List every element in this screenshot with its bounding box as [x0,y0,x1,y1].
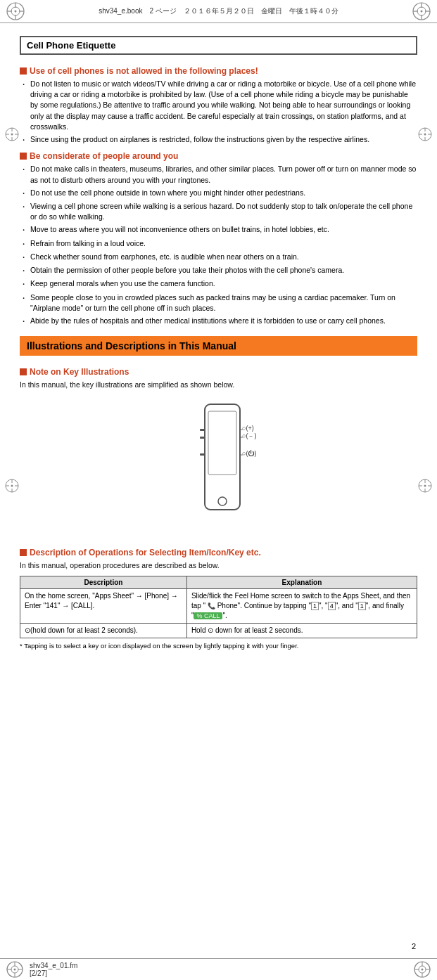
key-illustrations-header: Note on Key Illustrations [20,367,417,377]
operations-table: Description Explanation On the home scre… [20,576,417,638]
bullet-text: Move to areas where you will not inconve… [30,224,329,235]
considerate-heading: Be considerate of people around you [30,151,178,161]
key-illustrations-intro: In this manual, the key illustrations ar… [20,380,417,390]
table-col-description: Description [20,576,187,588]
svg-text:○(⏻): ○(⏻) [242,450,256,457]
bullet-text: Check whether sound from earphones, etc.… [30,252,299,262]
bullet-item: ・ Refrain from talking in a loud voice. [20,238,417,250]
bullet-icon: ・ [20,188,27,199]
svg-rect-39 [200,429,205,431]
bullet-text: Do not make calls in theaters, museums, … [30,164,417,185]
table-footnote: * Tapping is to select a key or icon dis… [20,641,417,650]
svg-rect-38 [205,404,240,510]
bullet-item: ・ Do not listen to music or watch videos… [20,79,417,132]
footer-left-compass-icon [6,960,24,979]
cell-phone-etiquette-header: Cell Phone Etiquette [20,36,417,55]
bullet-icon: ・ [20,135,27,146]
bullet-item: ・ Check whether sound from earphones, et… [20,252,417,263]
no-cell-phone-header: Use of cell phones is not allowed in the… [20,66,417,76]
footer-right-compass-icon [413,960,431,979]
bullet-item: ・ Since using the product on airplanes i… [20,134,417,146]
bullet-icon: ・ [20,165,27,175]
header-left-crosshair-icon [6,1,25,21]
svg-point-37 [424,485,426,487]
right-margin-crosshair-1-icon [417,127,433,143]
main-content: Cell Phone Etiquette Use of cell phones … [0,23,437,692]
footer-pages: [2/27] [30,969,47,977]
no-cell-phone-heading: Use of cell phones is not allowed in the… [30,66,258,76]
header-right-crosshair-icon [412,1,431,21]
bullet-icon: ・ [20,316,27,327]
table-cell-desc-2: ⊙(hold down for at least 2 seconds). [20,623,187,638]
table-col-explanation: Explanation [186,576,417,588]
table-row: ⊙(hold down for at least 2 seconds). Hol… [20,623,417,638]
section1-title: Cell Phone Etiquette [27,40,115,51]
left-margin-crosshair-2-icon [4,478,20,495]
table-cell-desc-1: On the home screen, "Apps Sheet" → [Phon… [20,588,187,623]
description-operations-header: Description of Operations for Selecting … [20,548,417,557]
header-bar: shv34_e.book 2 ページ ２０１６年５月２０日 金曜日 午後１時４０… [0,0,437,23]
svg-point-49 [218,497,227,505]
bullet-icon: ・ [20,225,27,236]
footnote-text: Tapping is to select a key or icon displ… [24,642,298,650]
subsection-marker-icon [20,153,27,160]
bullet-text: Keep general morals when you use the cam… [30,278,215,289]
description-operations-intro: In this manual, operation procedures are… [20,560,417,571]
bullet-item: ・ Keep general morals when you use the c… [20,278,417,290]
svg-point-25 [424,134,426,136]
table-row: On the home screen, "Apps Sheet" → [Phon… [20,588,417,623]
bullet-item: ・ Do not use the cell phone outside in t… [20,188,417,199]
bullet-icon: ・ [20,79,27,90]
section2-title: Illustrations and Descriptions in This M… [27,340,236,352]
svg-point-31 [11,485,13,487]
bullet-text: Do not listen to music or watch videos/T… [30,79,417,132]
table-cell-explanation-2: Hold ⊙ down for at least 2 seconds. [186,623,417,638]
page-number: 2 [412,942,416,950]
bullet-text: Refrain from talking in a loud voice. [30,238,146,249]
bullet-text: Viewing a cell phone screen while walkin… [30,201,417,222]
phone-svg-image: ○(+) ○(－) ○(⏻) [173,397,265,538]
bullet-icon: ・ [20,279,27,290]
svg-point-6 [15,11,17,13]
bullet-item: ・ Abide by the rules of hospitals and ot… [20,316,417,327]
call-button-highlight: % CALL [194,612,222,619]
svg-rect-48 [208,411,236,475]
bullet-text: Abide by the rules of hospitals and othe… [30,316,386,326]
svg-rect-41 [200,453,205,456]
bullet-item: ・ Viewing a cell phone screen while walk… [20,201,417,222]
subsection-marker-icon [20,67,27,75]
description-operations-heading: Description of Operations for Selecting … [30,548,261,557]
footer-bar: shv34_e_01.fm [2/27] [0,958,437,980]
bullet-text: Since using the product on airplanes is … [30,134,369,145]
right-margin-crosshair-2-icon [417,478,433,495]
svg-point-56 [14,969,16,971]
bullet-item: ・ Do not make calls in theaters, museums… [20,164,417,185]
key-illustrations-heading: Note on Key Illustrations [30,367,129,377]
bullet-icon: ・ [20,202,27,212]
bullet-item: ・ Some people close to you in crowded pl… [20,292,417,314]
subsection-marker-icon [20,368,27,375]
bullet-text: Do not use the cell phone outside in tow… [30,188,305,198]
svg-point-13 [421,11,423,13]
considerate-header: Be considerate of people around you [20,151,417,161]
subsection-marker-icon [20,549,27,556]
phone-illustration: ○(+) ○(－) ○(⏻) [20,397,417,538]
bullet-text: Some people close to you in crowded plac… [30,292,417,314]
bullet-icon: ・ [20,239,27,250]
bullet-icon: ・ [20,266,27,276]
bullet-icon: ・ [20,252,27,263]
bullet-item: ・ Obtain the permission of other people … [20,265,417,276]
svg-point-19 [11,134,13,136]
left-margin-crosshair-icon [4,127,20,143]
bullet-item: ・ Move to areas where you will not incon… [20,224,417,236]
header-filename-text: shv34_e.book 2 ページ ２０１６年５月２０日 金曜日 午後１時４０… [25,6,412,16]
svg-text:○(－): ○(－) [242,432,256,439]
footer-filename: shv34_e_01.fm [30,962,77,969]
svg-point-63 [422,969,424,971]
svg-text:○(+): ○(+) [242,425,254,432]
table-cell-explanation-1: Slide/flick the Feel Home screen to swit… [186,588,417,623]
svg-rect-40 [200,437,205,439]
bullet-icon: ・ [20,293,27,304]
bullet-text: Obtain the permission of other people be… [30,265,344,276]
illustrations-header: Illustrations and Descriptions in This M… [20,336,417,356]
